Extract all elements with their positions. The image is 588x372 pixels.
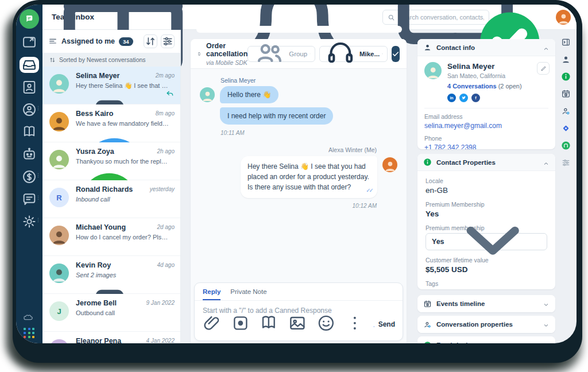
tab-private-note[interactable]: Private Note [230, 288, 266, 300]
emoji-icon[interactable] [316, 313, 336, 335]
twitter-icon[interactable] [459, 94, 468, 102]
chevron-up-icon[interactable] [543, 44, 550, 51]
user-avatar[interactable] [556, 10, 571, 25]
list-item[interactable]: Kevin Roy 4d ago Sent 2 images Order can… [42, 256, 180, 294]
facebook-icon[interactable]: f [471, 94, 480, 102]
contact-email[interactable]: selina.meyer@gmail.com [424, 122, 548, 130]
linkedin-icon[interactable]: in [447, 94, 456, 102]
message-time: 10:11 AM [220, 130, 397, 136]
list-item[interactable]: Yusra Zoya 2h ago Thankyou so much for t… [42, 142, 180, 180]
count-badge: 34 [119, 37, 133, 46]
image-icon[interactable] [288, 313, 307, 335]
attachment-icon[interactable] [202, 313, 222, 335]
chevron-down-icon [382, 51, 383, 57]
message-preview: Thankyou so much for the reply Jake. Ca.… [76, 158, 169, 165]
timestamp: 2d ago [157, 224, 175, 230]
headset-icon [324, 37, 357, 71]
conversations-icon[interactable]: ⋮ [20, 191, 39, 207]
list-item[interactable]: Michael Young 2d ago How do I cancel my … [42, 218, 180, 256]
send-button[interactable]: Send [373, 319, 395, 330]
reply-arrow-icon [165, 89, 175, 98]
chat-status-icon[interactable] [20, 34, 39, 51]
list-item[interactable]: R Ronald Richards yesterday Inbound call… [42, 180, 180, 218]
email-label: Email address [424, 113, 548, 120]
contact-book-icon[interactable] [20, 79, 39, 95]
list-menu-icon[interactable] [48, 37, 57, 46]
more-options-icon[interactable] [345, 313, 365, 335]
list-item[interactable]: Eleanor Pena 4 Jan 2022 [42, 332, 180, 343]
freshworks-logo[interactable] [16, 313, 42, 321]
avatar [49, 226, 69, 245]
assignee-dropdown[interactable]: Mike... [319, 46, 388, 62]
contact-info-shortcut-icon[interactable] [561, 55, 571, 64]
contact-properties-shortcut-icon[interactable] [561, 72, 571, 82]
contact-name: Selina Meyer [447, 62, 522, 71]
person-gear-icon [423, 320, 432, 329]
assigned-filter[interactable]: Assigned to me [61, 37, 115, 45]
chevron-down-icon[interactable] [543, 300, 550, 307]
panel-toggle-icon[interactable] [561, 37, 571, 47]
sort-note: Sorted by Newest conversations [42, 53, 180, 67]
contact-name: Kevin Roy [76, 261, 111, 269]
avatar [49, 74, 69, 94]
billing-icon[interactable]: ⋮ [20, 169, 39, 185]
reply-editor: Reply Private Note Send [194, 282, 403, 341]
chevron-down-icon[interactable] [543, 342, 550, 343]
inbox-icon[interactable] [20, 57, 39, 73]
sort-button[interactable] [144, 34, 157, 48]
conversation-channel: via Mobile SDK [206, 59, 247, 66]
customer-avatar [200, 87, 215, 102]
timestamp: 2h ago [157, 148, 175, 154]
edit-contact-button[interactable] [537, 62, 550, 75]
group-dropdown[interactable]: Group [247, 46, 315, 62]
canned-response-icon[interactable] [231, 313, 250, 335]
contact-info-header[interactable]: Contact info [417, 39, 555, 56]
person-icon [423, 43, 432, 52]
conversation-properties-card[interactable]: Conversation properties [417, 316, 555, 333]
list-item[interactable]: Bess Kairo 8m ago We have a few mandator… [42, 104, 180, 142]
contact-name: Bess Kairo [76, 110, 113, 118]
app-grid-icon[interactable] [24, 328, 35, 338]
agent-name: Alexa Winter (Me) [200, 146, 377, 153]
chevron-down-icon [310, 51, 311, 57]
chevron-up-icon[interactable] [543, 159, 550, 166]
list-item[interactable]: J Jerome Bell 9 Jan 2022 Outbound call S… [42, 294, 180, 332]
contact-location: San Mateo, California [447, 72, 522, 79]
avatar: R [49, 188, 69, 207]
contact-properties-header[interactable]: Contact Properties [417, 154, 555, 171]
contact-name: Jerome Bell [76, 299, 117, 307]
conversation-title: Order cancellation [206, 42, 247, 58]
freshdesk-shortcut-icon[interactable] [561, 141, 571, 150]
conversation-properties-shortcut-icon[interactable] [561, 106, 571, 116]
conversation-list-panel: Assigned to me 34 Sorted by Newest conve… [42, 30, 181, 343]
group-icon [252, 36, 287, 72]
knowledge-base-icon[interactable] [20, 124, 39, 140]
timestamp: 4 Jan 2022 [146, 338, 175, 343]
settings-icon[interactable]: ⋮ [20, 214, 39, 230]
contacts-icon[interactable]: ⋮ [20, 102, 39, 118]
timestamp: 8m ago [156, 110, 175, 117]
solution-article-icon[interactable] [259, 313, 278, 335]
scrolled-card-edge [196, 26, 402, 33]
conversations-link[interactable]: 4 Conversations [447, 83, 497, 90]
bot-icon[interactable] [20, 146, 39, 162]
freshdesk-card[interactable]: Freshdesk [417, 336, 555, 343]
list-item[interactable]: Selina Meyer 2m ago Hey there Selina 👋 I… [42, 67, 180, 104]
contact-properties-card: Contact Properties Locale en-GB Premium … [417, 154, 555, 289]
resolve-button[interactable] [392, 46, 400, 62]
phone-label: Phone [424, 135, 548, 142]
filter-button[interactable] [161, 34, 175, 48]
contact-name: Ronald Richards [76, 185, 133, 193]
integration-diamond-icon[interactable] [561, 123, 571, 133]
tab-reply[interactable]: Reply [203, 288, 220, 300]
premium-membership-select[interactable]: Yes [425, 233, 547, 250]
widget-strip [555, 30, 577, 343]
events-timeline-card[interactable]: Events timeline [417, 295, 555, 312]
customize-widgets-icon[interactable] [561, 158, 571, 168]
contact-phone[interactable]: +1 782 342 2398 [424, 144, 548, 149]
freshchat-logo[interactable] [20, 9, 39, 29]
more-dots-icon: ⋮ [36, 106, 41, 111]
chevron-down-icon[interactable] [543, 321, 550, 328]
open-count: (2 open) [498, 83, 522, 90]
events-timeline-shortcut-icon[interactable] [561, 89, 571, 99]
